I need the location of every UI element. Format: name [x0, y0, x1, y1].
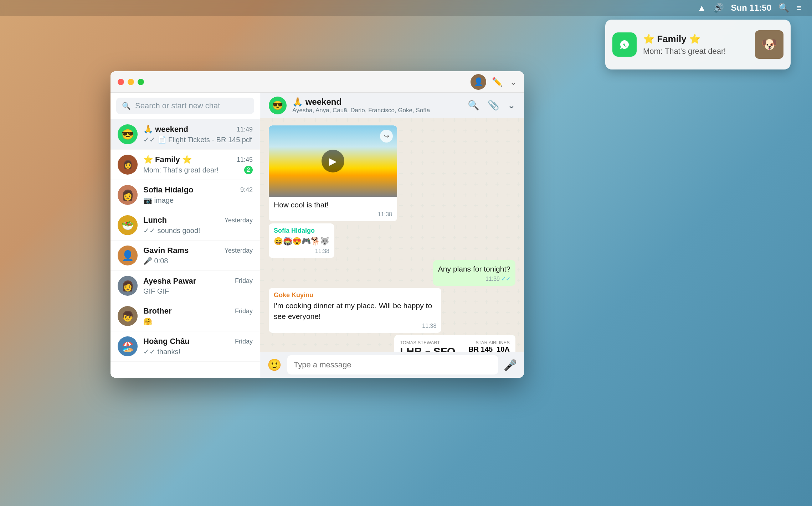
chevron-down-icon[interactable]: ⌄: [510, 77, 517, 87]
chat-name-ayesha: Ayesha Pawar: [143, 277, 196, 286]
chat-item-lunch[interactable]: 🥗 Lunch Yesterday ✓✓ sounds good!: [111, 210, 260, 241]
chat-panel: 😎 🙏 weekend Ayesha, Anya, Cauã, Dario, F…: [260, 93, 524, 378]
play-button[interactable]: ▶: [322, 150, 344, 172]
chat-item-sofia[interactable]: 👩 Sofía Hidalgo 9:42 📷 image: [111, 180, 260, 210]
ticket-passenger-label: TOMAS STEWART: [400, 340, 455, 345]
control-center-icon[interactable]: ≡: [796, 3, 801, 13]
chat-name-gavin: Gavin Rams: [143, 246, 189, 255]
chat-time-brother: Friday: [235, 308, 253, 315]
notif-message: Mom: That's great dear!: [643, 47, 749, 56]
chat-preview-hoang: ✓✓ thanks!: [143, 347, 180, 356]
goke-message-bubble: Goke Kuyinu I'm cooking dinner at my pla…: [269, 288, 441, 333]
chat-name-family: ⭐ Family ⭐: [143, 155, 192, 164]
chat-preview-ayesha: GIF GIF: [143, 287, 169, 295]
notification-banner[interactable]: ⭐ Family ⭐ Mom: That's great dear! 🐶: [605, 20, 791, 69]
chat-info-sofia: Sofía Hidalgo 9:42 📷 image: [143, 185, 253, 205]
chat-info-lunch: Lunch Yesterday ✓✓ sounds good!: [143, 216, 253, 235]
goke-message-text: I'm cooking dinner at my place. Will be …: [274, 300, 436, 321]
video-caption-text: How cool is that!: [274, 201, 329, 209]
goke-sender-name: Goke Kuyinu: [274, 291, 436, 299]
whatsapp-window: 👤 ✏️ ⌄ 🔍 Search or start new chat 😎: [111, 71, 524, 378]
minimize-button[interactable]: [128, 79, 134, 85]
volume-icon: 🔊: [713, 3, 724, 13]
video-thumbnail[interactable]: ▶ ↪: [269, 125, 397, 197]
avatar-lunch: 🥗: [118, 215, 138, 235]
sent-plans-text: Any plans for tonight?: [438, 265, 510, 273]
sofia-message-bubble: Sofía Hidalgo 😄🏟️😍🎮🐕🐺 11:38: [269, 223, 334, 258]
chat-header-avatar: 😎: [269, 97, 287, 114]
chat-time-weekend: 11:49: [237, 126, 253, 133]
ticket-right: STAR AIRLINES BR 145 10A: [457, 340, 510, 352]
notif-title: ⭐ Family ⭐: [643, 33, 749, 45]
chat-header-info: 🙏 weekend Ayesha, Anya, Cauã, Dario, Fra…: [292, 97, 462, 114]
chat-name-brother: Brother: [143, 306, 171, 316]
chat-preview-family: Mom: That's great dear!: [143, 166, 219, 174]
sent-plans-tick: ✓✓: [501, 275, 510, 282]
message-sent-plans: Any plans for tonight? 11:39 ✓✓: [433, 260, 515, 286]
attach-icon[interactable]: 📎: [488, 100, 499, 111]
maximize-button[interactable]: [138, 79, 144, 85]
search-bar: 🔍 Search or start new chat: [111, 93, 260, 119]
profile-avatar[interactable]: 👤: [471, 74, 486, 90]
compose-icon[interactable]: ✏️: [492, 77, 503, 87]
svg-point-0: [617, 37, 632, 52]
close-button[interactable]: [118, 79, 124, 85]
emoji-button[interactable]: 🙂: [267, 358, 282, 372]
message-goke: Goke Kuyinu I'm cooking dinner at my pla…: [269, 288, 441, 333]
chat-item-weekend[interactable]: 😎 🙏 weekend 11:49 ✓✓ 📄 Flight Tickets - …: [111, 119, 260, 150]
microphone-button[interactable]: 🎤: [504, 359, 517, 371]
chat-item-gavin[interactable]: 👤 Gavin Rams Yesterday 🎤 0:08: [111, 241, 260, 271]
wifi-icon: ▲: [698, 3, 706, 13]
ticket-from: LHR: [400, 345, 422, 352]
search-messages-icon[interactable]: 🔍: [468, 100, 479, 111]
chat-name-hoang: Hoàng Châu: [143, 337, 190, 346]
avatar-hoang: 🏖️: [118, 336, 138, 356]
menu-bar: ▲ 🔊 Sun 11:50 🔍 ≡: [0, 0, 812, 16]
chat-header-members: Ayesha, Anya, Cauã, Dario, Francisco, Go…: [292, 107, 462, 114]
video-caption: How cool is that! 11:38: [269, 197, 397, 221]
message-input-bar: 🙂 🎤: [260, 352, 524, 378]
more-options-icon[interactable]: ⌄: [508, 100, 515, 111]
message-video: ▶ ↪ How cool is that! 11:38: [269, 125, 397, 221]
spotlight-icon[interactable]: 🔍: [778, 3, 789, 13]
unread-badge-family: 2: [244, 166, 253, 174]
sofia-message-text: 😄🏟️😍🎮🐕🐺: [274, 236, 329, 246]
ticket-arrow: →: [424, 347, 431, 352]
avatar-weekend: 😎: [118, 124, 138, 144]
content-area: 🔍 Search or start new chat 😎 🙏 weekend 1…: [111, 93, 524, 378]
chat-item-ayesha[interactable]: 👩 Ayesha Pawar Friday GIF GIF: [111, 271, 260, 301]
video-msg-time: 11:38: [378, 211, 392, 218]
chat-info-weekend: 🙏 weekend 11:49 ✓✓ 📄 Flight Tickets - BR…: [143, 125, 253, 144]
search-input[interactable]: Search or start new chat: [135, 101, 220, 110]
avatar-family: 👩: [118, 155, 138, 175]
chat-preview-gavin: 🎤 0:08: [143, 257, 168, 265]
title-bar: 👤 ✏️ ⌄: [111, 71, 524, 93]
ticket-flight-info: BR 145 10A: [457, 345, 510, 352]
chat-header: 😎 🙏 weekend Ayesha, Anya, Cauã, Dario, F…: [260, 93, 524, 118]
forward-button[interactable]: ↪: [380, 130, 393, 143]
message-ticket: TOMAS STEWART LHR → SFO 11:50 9:40 STAR …: [394, 335, 515, 352]
sent-plans-time: 11:39: [485, 276, 500, 282]
ticket-card-top: TOMAS STEWART LHR → SFO 11:50 9:40 STAR …: [394, 335, 515, 352]
ticket-airline-label: STAR AIRLINES: [457, 340, 510, 345]
ticket-message-bubble: TOMAS STEWART LHR → SFO 11:50 9:40 STAR …: [394, 335, 515, 352]
chat-item-brother[interactable]: 👦 Brother Friday 🤗: [111, 301, 260, 331]
chat-time-gavin: Yesterday: [225, 247, 253, 254]
sofia-msg-time: 11:38: [315, 248, 329, 254]
chat-time-lunch: Yesterday: [225, 217, 253, 224]
chat-time-sofia: 9:42: [240, 186, 253, 194]
notif-avatar: 🐶: [755, 30, 783, 59]
ticket-route: LHR → SFO: [400, 345, 455, 352]
avatar-ayesha: 👩: [118, 276, 138, 296]
chat-preview-lunch: ✓✓ sounds good!: [143, 226, 200, 235]
chat-preview-brother: 🤗: [143, 317, 152, 326]
chat-info-ayesha: Ayesha Pawar Friday GIF GIF: [143, 277, 253, 295]
chat-preview-weekend: ✓✓ 📄 Flight Tickets - BR 145.pdf: [143, 135, 252, 144]
search-input-wrap[interactable]: 🔍 Search or start new chat: [116, 98, 254, 114]
chat-item-family[interactable]: 👩 ⭐ Family ⭐ 11:45 Mom: That's great dea…: [111, 150, 260, 180]
message-input[interactable]: [287, 355, 498, 375]
chat-item-hoang[interactable]: 🏖️ Hoàng Châu Friday ✓✓ thanks!: [111, 331, 260, 362]
chat-preview-sofia: 📷 image: [143, 196, 174, 205]
avatar-brother: 👦: [118, 306, 138, 326]
notification-content: ⭐ Family ⭐ Mom: That's great dear!: [643, 33, 749, 56]
